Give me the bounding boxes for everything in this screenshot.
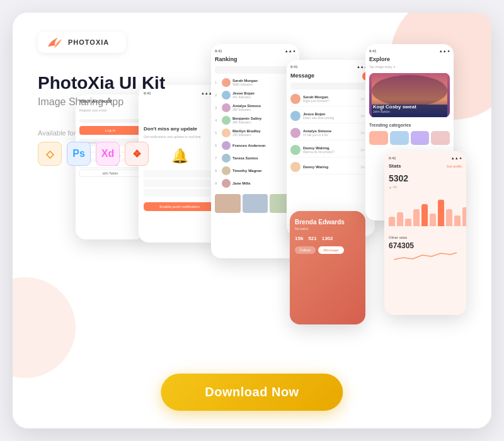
message-title: Message: [290, 72, 314, 79]
explore-subtitle: Tap image today ✦: [369, 65, 450, 69]
logo-icon: [45, 35, 63, 49]
message-button[interactable]: Message: [318, 246, 343, 254]
phone-ranking: 9:41▲▲ ● Ranking 1 Sarah Morgan4890 foll…: [211, 44, 299, 258]
phone-stats: 9:41▲▲ ● Stats See profile 5302 ▲ 4%: [384, 151, 466, 315]
message-row[interactable]: Danny WalringWanna do the project? 1hr a…: [290, 145, 371, 158]
ranking-title: Ranking: [215, 56, 295, 62]
table-row: 1 Sarah Morgan4890 followers: [215, 78, 295, 87]
table-row: 6 Frances Anderson: [215, 141, 295, 150]
download-button[interactable]: Download Now: [161, 374, 343, 411]
profile-stats: 156 521 1302: [290, 231, 365, 246]
category-item[interactable]: [390, 131, 409, 145]
category-item[interactable]: [411, 131, 430, 145]
bg-decoration-circle-left: [13, 277, 76, 378]
title-area: PhotoXia UI Kit Image Sharing App: [38, 72, 165, 108]
available-area: Available for ◇ Ps Xd ❖: [38, 129, 149, 166]
main-title: PhotoXia UI Kit: [38, 72, 165, 94]
notif-sub: Get notifications and updates in real ti…: [144, 135, 215, 139]
table-row: 3 Antalya Simons380 followers: [215, 103, 295, 112]
stats-chart: [389, 195, 462, 226]
table-row: 8 Timothy Wagner: [215, 166, 295, 175]
explore-hero-image[interactable]: Kogi Cosby sweat John Button: [369, 73, 450, 117]
phone-login: Your Account Register your email. Log in…: [76, 94, 145, 239]
svg-point-1: [372, 75, 447, 106]
status-bar-explore: 9:41▲▲ ●: [369, 49, 450, 53]
profile-bg: Brenda Edwards Novelist 156 521 1302 Fol…: [290, 211, 365, 324]
ranking-search[interactable]: [215, 66, 295, 74]
notif-items: [144, 170, 215, 197]
message-search[interactable]: [290, 83, 371, 89]
see-profile-link[interactable]: See profile: [447, 164, 462, 168]
table-row: 9 Jane Mills: [215, 179, 295, 188]
stats-big-number: 5302: [389, 173, 462, 183]
other-stats-title: Other stats: [389, 236, 462, 239]
phone-message: 9:41▲▲▲ ● Message + Sarah MorganRight ju…: [287, 60, 375, 236]
logo-text: PHOTOXIA: [68, 38, 109, 46]
table-row: 4 Benjamin Saliny380 followers: [215, 116, 295, 125]
table-row: 7 Taresa Santos: [215, 154, 295, 163]
subtitle: Image Sharing App: [38, 96, 165, 108]
stats-header: Stats See profile: [389, 163, 462, 169]
profile-buttons: Follow Message: [290, 246, 365, 254]
available-label: Available for: [38, 129, 149, 137]
sparkline: [389, 250, 462, 263]
explore-title: Explore: [369, 56, 450, 62]
category-item[interactable]: [369, 131, 388, 145]
categories-title: Trending categories: [369, 123, 450, 127]
notif-title: Don't miss any update: [144, 126, 215, 132]
tool-icons: ◇ Ps Xd ❖: [38, 142, 149, 166]
category-item[interactable]: [431, 131, 450, 145]
login-input: [79, 119, 141, 123]
phone-profile: Brenda Edwards Novelist 156 521 1302 Fol…: [290, 211, 365, 324]
table-row: 2 Jesse Bojan441 followers: [215, 91, 295, 100]
xd-icon: Xd: [96, 142, 120, 166]
login-sub: Register your email.: [79, 108, 141, 112]
notif-item: [144, 170, 215, 178]
notif-item: [144, 189, 215, 197]
message-row[interactable]: Antalya SimoneI'll call you in a bit 1hr…: [290, 128, 371, 140]
ps-icon: Ps: [67, 142, 91, 166]
explore-hero-name: Kogi Cosby sweat: [373, 104, 416, 110]
logo-box: PHOTOXIA: [38, 32, 126, 53]
stats-title: Stats: [389, 163, 401, 169]
status-bar-ranking: 9:41▲▲ ●: [215, 49, 295, 53]
explore-hero-sub: John Button: [373, 110, 416, 113]
figma-icon: ❖: [125, 142, 149, 166]
profile-name: Brenda Edwards: [290, 211, 365, 227]
other-stats: Other stats 674305: [389, 236, 462, 263]
message-row[interactable]: Danny Waring 1hr ago: [290, 162, 371, 175]
explore-hero-text: Kogi Cosby sweat John Button: [373, 104, 416, 113]
table-row: 5 Marilyn Bradley250 followers: [215, 129, 295, 137]
other-stats-number: 674305: [389, 241, 462, 250]
status-bar-message: 9:41▲▲▲ ●: [290, 65, 371, 69]
twitter-login[interactable]: with Twitter: [79, 169, 141, 177]
follow-button[interactable]: Follow: [295, 246, 316, 254]
notif-item: [144, 180, 215, 187]
enable-notif-button[interactable]: Enable push notification: [144, 202, 215, 211]
stats-sub: ▲ 4%: [389, 185, 462, 189]
bell-icon: 🔔: [144, 148, 215, 164]
categories-list: [369, 131, 450, 145]
phone-notification: 9:41▲▲▲ ● Don't miss any update Get noti…: [139, 85, 220, 243]
status-bar-stats: 9:41▲▲ ●: [389, 156, 462, 160]
sketch-icon: ◇: [38, 142, 62, 166]
header: PHOTOXIA: [38, 32, 126, 53]
message-row[interactable]: Jesus BojanDidn't see that coming 1hr ag…: [290, 111, 371, 123]
main-card: PHOTOXIA PhotoXia UI Kit Image Sharing A…: [13, 13, 491, 428]
download-button-text: Download Now: [205, 385, 299, 399]
message-row[interactable]: Sarah MorganRight just forward? 1hr ago: [290, 94, 371, 106]
